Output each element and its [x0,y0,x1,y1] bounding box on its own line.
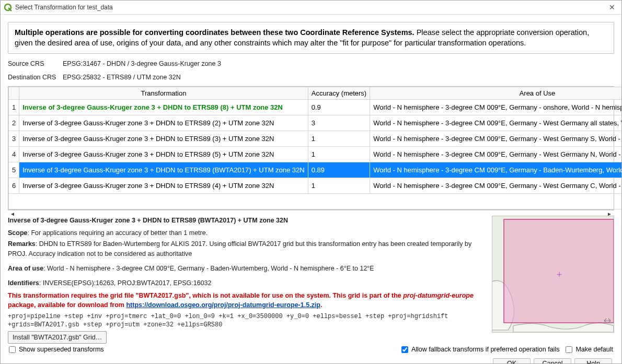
make-default-label: Make default [575,346,613,353]
cell-transformation: Inverse of 3-degree Gauss-Kruger zone 3 … [19,147,308,162]
scope-value: : For applications requiring an accuracy… [28,229,208,237]
allow-fallback-label: Allow fallback transforms if preferred o… [411,346,559,353]
cell-accuracy: 0.89 [308,162,370,178]
cell-area: World - N hemisphere - 3-degree CM 009°E… [370,115,621,131]
row-number: 2 [9,115,19,131]
row-number: 5 [9,162,19,178]
footer-options: Show superseded transforms Allow fallbac… [5,344,617,355]
info-bold: Multiple operations are possible for con… [15,28,414,37]
window-title: Select Transformation for test_data [15,4,606,11]
cell-accuracy: 3 [308,115,370,131]
details-text: Inverse of 3-degree Gauss-Kruger zone 3 … [8,216,488,344]
row-number: 6 [9,178,19,194]
warn-text-3: . [320,301,322,309]
area-of-use-map[interactable]: + [492,216,614,333]
cell-accuracy: 1 [308,131,370,147]
row-number: 4 [9,147,19,162]
cell-area: World - N hemisphere - 3-degree CM 009°E… [370,147,621,162]
cell-accuracy: 0.9 [308,100,370,115]
dialog-window: Select Transformation for test_data ✕ Mu… [0,0,622,364]
transformation-table-wrap: Transformation Accuracy (meters) Area of… [8,86,614,210]
remarks-value: : DHDN to ETRS89 for Baden-Wurtemberg fo… [8,240,471,257]
col-accuracy[interactable]: Accuracy (meters) [308,87,370,100]
table-row[interactable]: 1Inverse of 3-degree Gauss-Kruger zone 3… [9,100,622,115]
table-row[interactable]: 6Inverse of 3-degree Gauss-Kruger zone 3… [9,178,622,194]
cell-area: World - N hemisphere - 3-degree CM 009°E… [370,162,621,178]
source-crs-value: EPSG:31467 - DHDN / 3-degree Gauss-Kruge… [63,60,221,67]
warn-text-1: This transformation requires the grid fi… [8,292,403,299]
row-number: 1 [9,100,19,115]
show-superseded-input[interactable] [9,346,16,353]
idents-label: Identifiers [8,279,39,287]
dest-crs-value: EPSG:25832 - ETRS89 / UTM zone 32N [63,74,181,81]
cell-area: World - N hemisphere - 3-degree CM 009°E… [370,100,621,115]
cell-area: World - N hemisphere - 3-degree CM 009°E… [370,178,621,194]
details-heading: Inverse of 3-degree Gauss-Kruger zone 3 … [8,216,488,225]
idents-value: : INVERSE(EPSG):16263, PROJ:BWTA2017, EP… [39,279,212,287]
allow-fallback-checkbox[interactable]: Allow fallback transforms if preferred o… [401,346,559,353]
cell-transformation: Inverse of 3-degree Gauss-Kruger zone 3 … [19,131,308,147]
col-transformation[interactable]: Transformation [19,87,308,100]
close-icon[interactable]: ✕ [606,3,618,11]
table-row[interactable]: 3Inverse of 3-degree Gauss-Kruger zone 3… [9,131,622,147]
titlebar: Select Transformation for test_data ✕ [1,1,621,15]
grid-warning: This transformation requires the grid fi… [8,291,488,310]
transformation-table[interactable]: Transformation Accuracy (meters) Area of… [8,87,621,209]
show-superseded-label: Show superseded transforms [19,346,104,353]
scope-label: Scope [8,229,28,237]
table-row[interactable]: 5Inverse of 3-degree Gauss-Kruger zone 3… [9,162,622,178]
source-crs-label: Source CRS [8,60,63,67]
cell-transformation: Inverse of 3-degree Gauss-Kruger zone 3 … [19,178,308,194]
help-button[interactable]: Help [574,358,612,363]
ok-button[interactable]: OK [493,358,531,363]
dest-crs-row: Destination CRS EPSG:25832 - ETRS89 / UT… [8,74,614,81]
cell-accuracy: 1 [308,147,370,162]
show-superseded-checkbox[interactable]: Show superseded transforms [9,346,104,353]
warn-text-2: package, available for download from [8,301,126,309]
cell-accuracy: 1 [308,178,370,194]
qgis-icon [4,3,12,11]
cell-transformation: Inverse of 3-degree Gauss-Kruger zone 3 … [19,162,308,178]
area-value: : World - N hemisphere - 3-degree CM 009… [43,265,374,272]
row-number: 3 [9,131,19,147]
cell-transformation: Inverse of 3-degree Gauss-Kruger zone 3 … [19,115,308,131]
details-area: Inverse of 3-degree Gauss-Kruger zone 3 … [8,216,614,344]
table-row[interactable]: 4Inverse of 3-degree Gauss-Kruger zone 3… [9,147,622,162]
source-crs-row: Source CRS EPSG:31467 - DHDN / 3-degree … [8,60,614,67]
proj-string: +proj=pipeline +step +inv +proj=tmerc +l… [8,313,488,329]
cell-transformation: Inverse of 3-degree Gauss-Kruger zone 3 … [19,100,308,115]
remarks-label: Remarks [8,240,36,248]
table-hscrollbar[interactable]: ◄ ► [8,210,614,210]
table-row[interactable]: 2Inverse of 3-degree Gauss-Kruger zone 3… [9,115,622,131]
warn-link[interactable]: https://download.osgeo.org/proj/proj-dat… [126,301,320,309]
make-default-checkbox[interactable]: Make default [566,346,613,353]
scroll-left-icon[interactable]: ◄ [8,210,17,217]
cancel-button[interactable]: Cancel [534,358,571,363]
table-spacer [9,194,622,209]
dest-crs-label: Destination CRS [8,74,63,81]
allow-fallback-input[interactable] [401,346,408,353]
area-label: Area of use [8,265,43,272]
info-banner: Multiple operations are possible for con… [8,22,614,54]
rownum-header [9,87,19,100]
col-area[interactable]: Area of Use [370,87,621,100]
dialog-content: Multiple operations are possible for con… [1,15,621,363]
warn-package: proj-datumgrid-europe [403,292,474,299]
cell-area: World - N hemisphere - 3-degree CM 009°E… [370,131,621,147]
make-default-input[interactable] [566,346,572,353]
install-grid-button[interactable]: Install "BWTA2017.gsb" Grid… [8,331,107,344]
dialog-buttons: OK Cancel Help [5,355,617,363]
svg-text:+: + [557,269,562,280]
